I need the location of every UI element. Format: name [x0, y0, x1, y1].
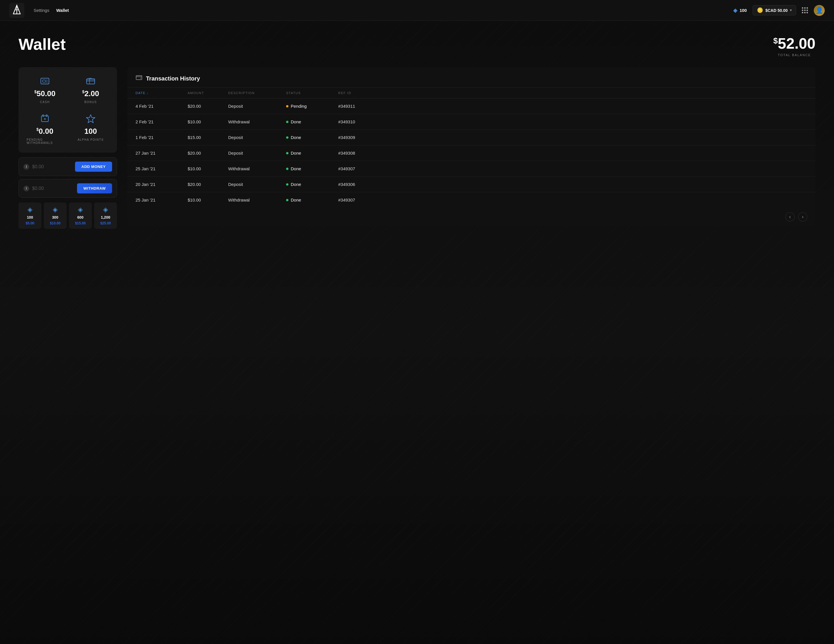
cash-icon: [40, 75, 50, 87]
status-dot: [286, 152, 288, 154]
cell-description: Deposit: [228, 182, 286, 187]
transaction-wallet-icon: [136, 74, 142, 83]
cell-amount: $10.00: [187, 197, 228, 202]
package-item[interactable]: ◈ 600 $15.00: [69, 202, 92, 229]
package-item[interactable]: ◈ 1,200 $25.00: [94, 202, 117, 229]
table-row: 25 Jan '21 $10.00 Withdrawal Done #34930…: [128, 161, 815, 177]
table-row: 4 Feb '21 $20.00 Deposit Pending #349311: [128, 98, 815, 114]
cell-amount: $10.00: [187, 119, 228, 124]
svg-rect-10: [87, 80, 95, 81]
withdraw-input-display: $0.00: [32, 186, 44, 191]
points-value: 100: [740, 8, 747, 13]
withdraw-info-icon[interactable]: ℹ: [23, 186, 29, 191]
table-header: DATE ↓ AMOUNT DESCRIPTION STATUS REF ID: [128, 88, 815, 98]
hero-background: Wallet $52.00 TOTAL BALANCE: [0, 21, 834, 644]
withdraw-left: ℹ $0.00: [23, 186, 44, 191]
bonus-card: $2.00 BONUS: [73, 75, 109, 104]
table-row: 2 Feb '21 $10.00 Withdrawal Done #349310: [128, 114, 815, 130]
status-text: Done: [291, 119, 301, 124]
cell-description: Withdrawal: [228, 119, 286, 124]
status-dot: [286, 183, 288, 186]
cell-amount: $20.00: [187, 150, 228, 155]
status-dot: [286, 121, 288, 123]
cell-ref-id: #349310: [338, 119, 807, 124]
sort-arrow: ↓: [147, 92, 149, 95]
cell-date: 2 Feb '21: [136, 119, 187, 124]
col-status[interactable]: STATUS: [286, 91, 338, 95]
add-money-left: ℹ $0.00: [23, 164, 44, 170]
cell-description: Withdrawal: [228, 197, 286, 202]
col-ref-id[interactable]: REF ID: [338, 91, 807, 95]
cell-status: Pending: [286, 104, 338, 108]
pending-icon: [40, 113, 50, 124]
grid-menu-icon[interactable]: [802, 7, 808, 13]
svg-rect-9: [87, 79, 95, 84]
cell-amount: $20.00: [187, 182, 228, 187]
add-money-button[interactable]: ADD MONEY: [75, 161, 112, 172]
cash-amount: $50.00: [34, 89, 56, 98]
transaction-panel: Transaction History DATE ↓ AMOUNT DESCRI…: [128, 67, 815, 226]
package-points: 100: [27, 215, 33, 220]
col-amount[interactable]: AMOUNT: [187, 91, 228, 95]
logo[interactable]: [9, 3, 24, 18]
status-text: Done: [291, 197, 301, 202]
status-dot: [286, 105, 288, 107]
page-header: Wallet $52.00 TOTAL BALANCE: [19, 35, 815, 57]
navbar: Settings Wallet ◈ 100 🪙 $CAD 50.00 ▾ 👤: [0, 0, 834, 21]
package-points: 300: [52, 215, 58, 220]
package-price: $10.00: [50, 221, 60, 225]
cell-status: Done: [286, 182, 338, 187]
page-content: Wallet $52.00 TOTAL BALANCE: [0, 21, 834, 243]
add-money-info-icon[interactable]: ℹ: [23, 164, 29, 170]
cell-amount: $10.00: [187, 166, 228, 171]
svg-rect-18: [136, 76, 142, 80]
cash-card: $50.00 CASH: [27, 75, 63, 104]
svg-marker-17: [86, 115, 95, 123]
add-money-box: ℹ $0.00 ADD MONEY: [19, 157, 117, 176]
package-price: $5.00: [26, 221, 34, 225]
total-balance-amount: $52.00: [773, 35, 815, 52]
status-dot: [286, 199, 288, 201]
cell-ref-id: #349307: [338, 166, 807, 171]
prev-page-button[interactable]: ‹: [786, 212, 795, 221]
cell-ref-id: #349309: [338, 135, 807, 140]
status-text: Done: [291, 166, 301, 171]
balance-dropdown[interactable]: 🪙 $CAD 50.00 ▾: [753, 5, 796, 15]
next-page-button[interactable]: ›: [798, 212, 807, 221]
withdraw-button[interactable]: WITHDRAW: [77, 183, 112, 194]
svg-rect-5: [42, 80, 45, 82]
package-item[interactable]: ◈ 100 $5.00: [19, 202, 41, 229]
nav-settings[interactable]: Settings: [34, 8, 49, 13]
main-layout: $50.00 CASH: [19, 67, 815, 229]
status-text: Done: [291, 150, 301, 155]
cash-label: CASH: [40, 100, 50, 104]
col-description[interactable]: DESCRIPTION: [228, 91, 286, 95]
transaction-title: Transaction History: [146, 75, 200, 82]
package-item[interactable]: ◈ 300 $10.00: [44, 202, 66, 229]
svg-point-19: [141, 78, 141, 79]
alpha-points-card: 100 ALPHA POINTS: [73, 113, 109, 145]
cell-ref-id: #349306: [338, 182, 807, 187]
withdraw-box: ℹ $0.00 WITHDRAW: [19, 179, 117, 198]
package-diamond-icon: ◈: [78, 206, 83, 213]
nav-links: Settings Wallet: [34, 8, 69, 13]
page-title: Wallet: [19, 35, 66, 53]
table-row: 20 Jan '21 $20.00 Deposit Done #349306: [128, 177, 815, 192]
balance-value: $CAD 50.00: [765, 8, 788, 13]
package-points: 600: [77, 215, 84, 220]
cell-status: Done: [286, 135, 338, 140]
package-points: 1,200: [101, 215, 110, 220]
nav-wallet[interactable]: Wallet: [56, 8, 69, 13]
alpha-points-amount: 100: [84, 127, 97, 136]
cell-date: 25 Jan '21: [136, 197, 187, 202]
points-packages: ◈ 100 $5.00 ◈ 300 $10.00 ◈ 600 $15.00 ◈ …: [19, 202, 117, 229]
pending-card: $0.00 PENDING WITHDRAWALS: [27, 113, 63, 145]
package-diamond-icon: ◈: [27, 206, 32, 213]
total-balance-label: TOTAL BALANCE: [773, 53, 815, 57]
cell-date: 20 Jan '21: [136, 182, 187, 187]
user-avatar[interactable]: 👤: [814, 5, 825, 16]
status-dot: [286, 168, 288, 170]
col-date[interactable]: DATE ↓: [136, 91, 187, 95]
cell-date: 4 Feb '21: [136, 104, 187, 108]
wallet-icon-nav: 🪙: [757, 7, 763, 13]
